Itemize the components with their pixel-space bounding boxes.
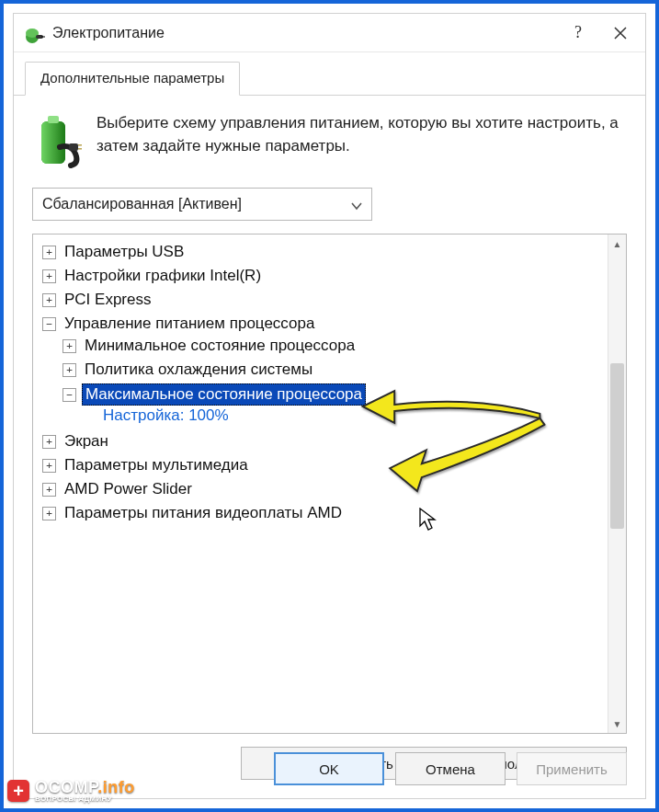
power-plan-dropdown[interactable]: Сбалансированная [Активен] — [32, 188, 372, 221]
apply-button: Применить — [517, 752, 627, 785]
expand-toggle[interactable] — [42, 435, 56, 449]
intro-text: Выберите схему управления питанием, кото… — [97, 112, 627, 171]
close-button[interactable] — [599, 17, 642, 49]
ok-button[interactable]: OK — [274, 752, 384, 785]
svg-rect-8 — [78, 144, 82, 146]
expand-toggle[interactable] — [42, 459, 56, 473]
vertical-scrollbar[interactable]: ▲ ▼ — [608, 234, 626, 733]
scroll-thumb[interactable] — [610, 363, 624, 529]
collapse-toggle[interactable] — [42, 317, 56, 331]
tab-advanced-settings[interactable]: Дополнительные параметры — [25, 62, 240, 96]
tree-item: AMD Power Slider — [42, 477, 604, 501]
expand-toggle[interactable] — [62, 339, 76, 353]
chevron-down-icon — [351, 199, 362, 210]
svg-rect-3 — [41, 36, 45, 37]
tree-item: Управление питанием процессора Минимальн… — [42, 312, 604, 429]
tree-label[interactable]: Экран — [62, 431, 111, 452]
tree-item: Параметры мультимедиа — [42, 453, 604, 477]
expand-toggle[interactable] — [42, 483, 56, 497]
power-icon — [23, 22, 45, 44]
power-options-dialog: Электропитание ? Дополнительные параметр… — [13, 13, 646, 799]
svg-rect-6 — [48, 116, 59, 123]
tree-item: Политика охлаждения системы — [62, 358, 604, 382]
svg-rect-7 — [69, 143, 78, 151]
expand-toggle[interactable] — [42, 507, 56, 520]
tree-label[interactable]: PCI Express — [62, 290, 153, 310]
svg-rect-5 — [41, 121, 65, 164]
settings-tree-container: Параметры USB Настройки графики Intel(R)… — [32, 234, 627, 734]
tree-label[interactable]: Минимальное состояние процессора — [82, 336, 358, 356]
scroll-track[interactable] — [608, 253, 626, 715]
tabstrip: Дополнительные параметры — [14, 52, 645, 96]
tree-item: Минимальное состояние процессора — [62, 334, 604, 358]
settings-tree[interactable]: Параметры USB Настройки графики Intel(R)… — [33, 234, 608, 733]
tree-label-selected[interactable]: Максимальное состояние процессора — [82, 383, 366, 406]
tree-label[interactable]: Параметры питания видеоплаты AMD — [62, 503, 345, 523]
tree-item: PCI Express — [42, 288, 604, 312]
battery-plug-icon — [32, 116, 82, 171]
setting-label: Настройка: — [103, 406, 184, 424]
svg-rect-9 — [78, 148, 82, 150]
tree-item: Максимальное состояние процессора Настро… — [62, 382, 604, 428]
expand-toggle[interactable] — [42, 246, 56, 259]
tree-label[interactable]: Параметры мультимедиа — [62, 455, 251, 475]
collapse-toggle[interactable] — [62, 388, 76, 402]
tree-label[interactable]: Настройки графики Intel(R) — [62, 266, 264, 286]
dialog-button-row: OK Отмена Применить — [274, 752, 627, 785]
scroll-down-arrow-icon[interactable]: ▼ — [608, 715, 626, 733]
screenshot-frame: Электропитание ? Дополнительные параметр… — [0, 0, 659, 812]
tree-label[interactable]: Политика охлаждения системы — [82, 360, 315, 380]
tree-item: Параметры питания видеоплаты AMD — [42, 501, 604, 525]
tab-content: Выберите схему управления питанием, кото… — [14, 96, 645, 798]
tree-label[interactable]: AMD Power Slider — [62, 479, 195, 499]
window-title: Электропитание — [52, 25, 557, 41]
scroll-up-arrow-icon[interactable]: ▲ — [608, 234, 626, 253]
titlebar: Электропитание ? — [14, 14, 645, 52]
tree-setting-row[interactable]: Настройка: 100% — [103, 406, 604, 426]
help-button[interactable]: ? — [557, 17, 599, 49]
expand-toggle[interactable] — [62, 363, 76, 377]
tree-label[interactable]: Управление питанием процессора — [62, 314, 317, 334]
intro-row: Выберите схему управления питанием, кото… — [32, 112, 627, 171]
expand-toggle[interactable] — [42, 293, 56, 307]
tree-item: Параметры USB — [42, 240, 604, 264]
power-plan-selected: Сбалансированная [Активен] — [42, 196, 242, 212]
setting-value: 100% — [188, 406, 228, 424]
tree-label[interactable]: Параметры USB — [62, 242, 187, 262]
tree-item: Экран — [42, 429, 604, 453]
expand-toggle[interactable] — [42, 269, 56, 283]
cancel-button[interactable]: Отмена — [395, 752, 506, 785]
tree-item: Настройки графики Intel(R) — [42, 264, 604, 288]
